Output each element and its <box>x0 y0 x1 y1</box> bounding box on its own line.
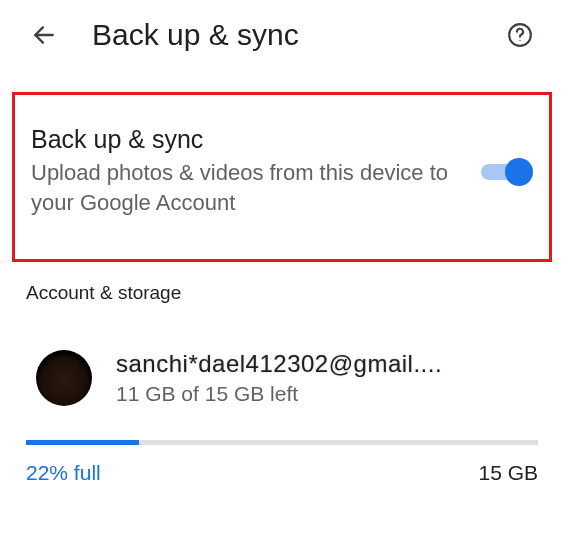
backup-sync-subtitle: Upload photos & videos from this device … <box>31 158 469 217</box>
section-header-account-storage: Account & storage <box>0 262 564 304</box>
backup-sync-row[interactable]: Back up & sync Upload photos & videos fr… <box>31 125 533 217</box>
storage-percent-full: 22% full <box>26 461 101 485</box>
toggle-thumb <box>505 158 533 186</box>
app-header: Back up & sync <box>0 0 564 70</box>
backup-sync-toggle[interactable] <box>477 155 533 187</box>
storage-progress: 22% full 15 GB <box>0 416 564 485</box>
account-storage-left: 11 GB of 15 GB left <box>116 382 538 406</box>
avatar <box>36 350 92 406</box>
storage-progress-labels: 22% full 15 GB <box>26 461 538 485</box>
backup-sync-text: Back up & sync Upload photos & videos fr… <box>31 125 477 217</box>
account-row[interactable]: sanchi*dael412302@gmail.... 11 GB of 15 … <box>0 304 564 416</box>
account-email: sanchi*dael412302@gmail.... <box>116 350 538 378</box>
back-arrow-icon[interactable] <box>30 21 58 49</box>
storage-total: 15 GB <box>478 461 538 485</box>
svg-point-2 <box>519 40 520 41</box>
storage-progress-fill <box>26 440 139 445</box>
help-icon[interactable] <box>506 21 534 49</box>
account-text: sanchi*dael412302@gmail.... 11 GB of 15 … <box>116 350 538 406</box>
backup-sync-title: Back up & sync <box>31 125 469 154</box>
storage-progress-bar <box>26 440 538 445</box>
page-title: Back up & sync <box>92 18 506 52</box>
backup-sync-highlight: Back up & sync Upload photos & videos fr… <box>12 92 552 262</box>
